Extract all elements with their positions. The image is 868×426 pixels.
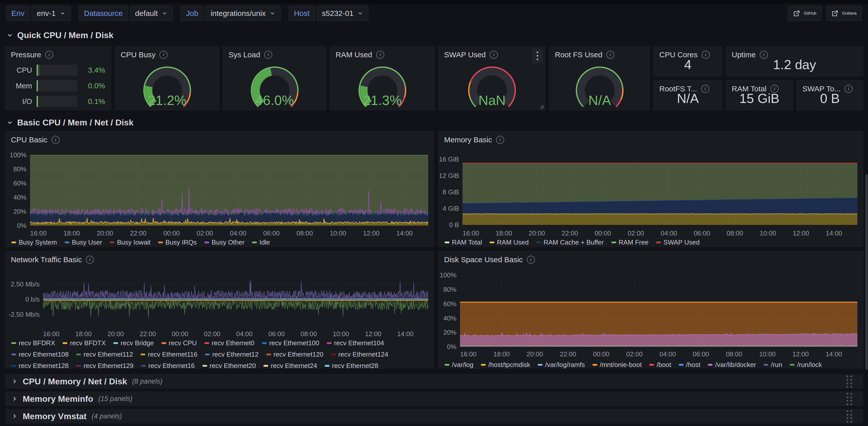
memory-basic-plot[interactable] xyxy=(463,157,858,225)
legend-item-ram-cache-buffer[interactable]: RAM Cache + Buffer xyxy=(536,239,604,246)
legend-item-run-lock[interactable]: /run/lock xyxy=(790,361,822,369)
legend-series-swatch xyxy=(481,364,486,366)
pressure-bar-gauge[interactable] xyxy=(37,65,78,76)
info-icon[interactable] xyxy=(45,51,53,59)
panel-disk-space-used-basic: Disk Space Used Basic0%20%40%60%80%100%1… xyxy=(438,251,863,368)
panel-title: Root FS Used xyxy=(555,51,602,59)
y-axis-tick-label: 40% xyxy=(438,314,457,322)
gauge-sys-load: 46.0% xyxy=(223,60,326,110)
info-icon[interactable] xyxy=(52,136,60,144)
picker-label-job: Job xyxy=(181,6,204,21)
cpu-basic-plot[interactable] xyxy=(30,155,428,225)
legend-item-host-tpcmdisk[interactable]: /host/tpcmdisk xyxy=(481,361,530,369)
chevron-right-icon xyxy=(11,413,18,419)
legend-item-recv-ethernet20[interactable]: recv Ethernet20 xyxy=(203,362,256,370)
pressure-row-mem: Mem0.0% xyxy=(11,80,105,91)
disk-space-used-basic-plot[interactable] xyxy=(460,274,858,347)
legend-item-ram-free[interactable]: RAM Free xyxy=(611,239,649,246)
row-drag-handle-icon[interactable] xyxy=(845,409,853,423)
x-axis-tick-label: 10:00 xyxy=(752,350,782,358)
info-icon[interactable] xyxy=(496,136,504,144)
collapsed-row-memory-meminfo[interactable]: Memory Meminfo(15 panels) xyxy=(5,391,863,406)
info-icon[interactable] xyxy=(490,51,498,59)
legend-item-busy-irqs[interactable]: Busy IRQs xyxy=(158,239,197,246)
legend-item-recv-bfdrx[interactable]: recv BFDRX xyxy=(11,339,55,347)
legend-item-var-lib-docker[interactable]: /var/lib/docker xyxy=(708,361,756,369)
collapsed-row-cpu-memory-net-disk[interactable]: CPU / Memory / Net / Disk(8 panels) xyxy=(5,374,863,389)
info-icon[interactable] xyxy=(159,51,167,59)
chevron-down-icon xyxy=(270,10,275,16)
info-icon[interactable] xyxy=(264,51,272,59)
legend-series-label: recv Ethernet129 xyxy=(84,362,133,370)
legend-item-recv-ethernet128[interactable]: recv Ethernet128 xyxy=(11,362,69,370)
legend-item-recv-ethernet108[interactable]: recv Ethernet108 xyxy=(11,351,69,358)
legend-item-var-log-ramfs[interactable]: /var/log/ramfs xyxy=(538,361,585,369)
pressure-bar-gauge[interactable] xyxy=(37,96,78,107)
scrollbar-thumb[interactable] xyxy=(866,174,868,370)
collapsed-row-memory-vmstat[interactable]: Memory Vmstat(4 panels) xyxy=(5,409,863,424)
network-traffic-basic-plot[interactable] xyxy=(43,273,428,328)
legend-item-recv-bridge[interactable]: recv Bridge xyxy=(113,339,154,347)
legend-item-recv-ethernet16[interactable]: recv Ethernet16 xyxy=(141,362,195,370)
x-axis-tick-label: 14:00 xyxy=(819,230,849,237)
pressure-label: CPU xyxy=(11,66,32,74)
legend-series-swatch xyxy=(266,354,271,355)
section-header-quick[interactable]: Quick CPU / Mem / Disk xyxy=(6,30,114,40)
legend-item-swap-used[interactable]: SWAP Used xyxy=(656,239,700,246)
info-icon[interactable] xyxy=(606,51,614,59)
legend-item-recv-ethernet112[interactable]: recv Ethernet112 xyxy=(76,351,133,358)
section-title: Quick CPU / Mem / Disk xyxy=(17,30,114,40)
row-drag-handle-icon[interactable] xyxy=(845,374,853,388)
picker-value-host[interactable]: s5232-01 xyxy=(317,6,368,21)
legend-series-swatch xyxy=(444,364,450,366)
legend-item-ram-total[interactable]: RAM Total xyxy=(444,239,482,246)
info-icon[interactable] xyxy=(86,256,94,264)
gauge-value: 21.2% xyxy=(148,93,186,108)
legend-item-recv-ethernet129[interactable]: recv Ethernet129 xyxy=(76,362,133,370)
legend-item-boot[interactable]: /boot xyxy=(649,361,671,369)
legend-item-recv-ethernet124[interactable]: recv Ethernet124 xyxy=(331,351,388,358)
legend-item-recv-ethernet0[interactable]: recv Ethernet0 xyxy=(205,339,254,347)
legend-item-mnt-onie-boot[interactable]: /mnt/onie-boot xyxy=(592,361,642,369)
legend-item-ram-used[interactable]: RAM Used xyxy=(490,239,529,246)
x-axis-tick-label: 08:00 xyxy=(290,230,320,237)
legend-series-swatch xyxy=(63,342,67,344)
collapsed-row-title: CPU / Memory / Net / Disk xyxy=(23,376,127,386)
collapsed-row-title: Memory Vmstat xyxy=(23,412,87,421)
x-axis-tick-label: 16:00 xyxy=(36,330,66,338)
legend-item-busy-user[interactable]: Busy User xyxy=(65,239,102,246)
legend-item-busy-system[interactable]: Busy System xyxy=(11,239,57,246)
legend-item-host[interactable]: /host xyxy=(679,361,700,369)
legend-item-run[interactable]: /run xyxy=(764,361,782,369)
legend-item-recv-ethernet120[interactable]: recv Ethernet120 xyxy=(266,351,323,358)
legend-item-var-log[interactable]: /var/log xyxy=(444,361,473,369)
y-axis-tick-label: 8 GiB xyxy=(438,188,459,196)
legend-item-recv-ethernet24[interactable]: recv Ethernet24 xyxy=(264,362,317,370)
legend-series-label: RAM Cache + Buffer xyxy=(544,239,604,246)
legend-item-recv-bfdtx[interactable]: recv BFDTX xyxy=(63,339,106,347)
legend-item-recv-ethernet100[interactable]: recv Ethernet100 xyxy=(262,339,319,347)
grafana-link-button[interactable]: Grafana xyxy=(826,6,862,21)
legend-item-recv-ethernet12[interactable]: recv Ethernet12 xyxy=(205,351,259,358)
row-drag-handle-icon[interactable] xyxy=(845,392,853,405)
section-header-basic[interactable]: Basic CPU / Mem / Net / Disk xyxy=(6,118,133,127)
picker-value-env[interactable]: env-1 xyxy=(32,6,71,21)
legend-item-recv-cpu[interactable]: recv CPU xyxy=(161,339,197,347)
panel-title: Disk Space Used Basic xyxy=(444,255,523,264)
legend-series-swatch xyxy=(11,354,16,355)
legend-item-recv-ethernet28[interactable]: recv Ethernet28 xyxy=(325,362,378,370)
legend-item-idle[interactable]: Idle xyxy=(252,239,270,246)
legend-series-label: recv Ethernet20 xyxy=(210,362,256,370)
info-icon[interactable] xyxy=(376,51,384,59)
github-link-button[interactable]: GitHub xyxy=(788,6,822,21)
legend-item-busy-iowait[interactable]: Busy Iowait xyxy=(110,239,151,246)
legend-item-recv-ethernet116[interactable]: recv Ethernet116 xyxy=(141,351,197,358)
legend-item-busy-other[interactable]: Busy Other xyxy=(205,239,245,246)
picker-value-datasource[interactable]: default xyxy=(130,6,173,21)
gauge-root-fs-used: N/A xyxy=(549,60,650,110)
pressure-bar-gauge[interactable] xyxy=(37,80,78,91)
picker-value-job[interactable]: integrations/unix xyxy=(206,6,281,21)
legend-series-label: SWAP Used xyxy=(663,239,700,246)
legend-item-recv-ethernet104[interactable]: recv Ethernet104 xyxy=(327,339,384,347)
info-icon[interactable] xyxy=(527,256,535,264)
